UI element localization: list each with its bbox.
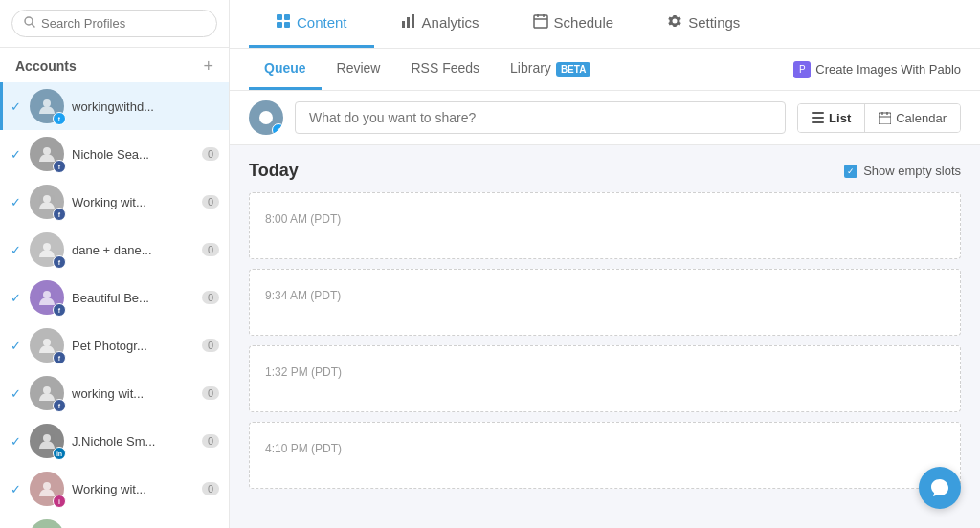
list-label: List <box>829 111 851 125</box>
show-empty-slots-toggle[interactable]: ✓ Show empty slots <box>844 164 961 178</box>
compose-bar: t List Calendar <box>230 91 980 145</box>
sub-nav-item-queue[interactable]: Queue <box>249 49 322 90</box>
time-slots-container: 8:00 AM (PDT)9:34 AM (PDT)1:32 PM (PDT)4… <box>249 192 961 489</box>
account-item[interactable]: ✓ in J.Nichole Sm... 0 <box>0 417 229 465</box>
svg-point-2 <box>43 99 51 107</box>
account-name: workingwithd... <box>72 99 219 114</box>
compose-avatar-badge: t <box>272 123 283 135</box>
account-list: ✓ t workingwithd... ✓ f Nichole Sea... 0… <box>0 82 229 528</box>
content-icon <box>276 13 291 32</box>
account-item[interactable]: ✓ t workingwithd... <box>0 82 229 130</box>
account-check-icon: ✓ <box>11 386 26 401</box>
calendar-view-button[interactable]: Calendar <box>864 104 960 132</box>
svg-rect-18 <box>412 14 414 28</box>
linkedin-badge: in <box>53 447 66 460</box>
time-label: 1:32 PM (PDT) <box>265 365 342 379</box>
svg-rect-23 <box>812 112 824 114</box>
top-nav: Content Analytics Schedule Settings <box>230 0 980 49</box>
sub-nav-item-library[interactable]: LibraryBETA <box>495 49 606 90</box>
sub-nav-item-review[interactable]: Review <box>322 49 396 90</box>
accounts-header: Accounts + <box>0 48 229 82</box>
top-nav-item-analytics[interactable]: Analytics <box>374 0 506 48</box>
show-empty-slots-checkbox[interactable]: ✓ <box>844 165 858 178</box>
sub-nav-item-rss[interactable]: RSS Feeds <box>395 49 495 90</box>
facebook-badge: f <box>53 303 66 317</box>
account-item[interactable]: ✓ f Pet Photogr... 0 <box>0 321 229 369</box>
account-check-icon: ✓ <box>11 434 26 449</box>
svg-rect-26 <box>879 113 891 124</box>
account-name: Beautiful Be... <box>72 291 198 305</box>
top-nav-label: Analytics <box>422 14 479 31</box>
svg-point-0 <box>25 17 33 25</box>
avatar-wrap: f <box>30 280 64 315</box>
account-count: 0 <box>202 147 219 161</box>
beta-badge: BETA <box>556 62 590 77</box>
svg-rect-13 <box>284 14 290 20</box>
pablo-link[interactable]: P Create Images With Pablo <box>793 61 961 78</box>
search-input[interactable] <box>41 16 205 31</box>
facebook-badge: f <box>53 351 66 364</box>
avatar-wrap: f <box>30 376 64 410</box>
calendar-label: Calendar <box>896 111 947 125</box>
compose-input[interactable] <box>295 101 786 134</box>
account-item[interactable]: ✓ f Beautiful Be... 0 <box>0 274 229 321</box>
account-count: 0 <box>202 339 219 352</box>
svg-point-3 <box>43 147 51 155</box>
avatar-wrap: f <box>30 137 64 171</box>
account-name: J.Nichole Sm... <box>72 434 198 449</box>
search-icon <box>24 16 35 31</box>
account-name: working wit... <box>72 386 198 401</box>
account-item[interactable]: ✓ i Working wit... 0 <box>0 465 229 513</box>
sub-nav-label: Review <box>337 60 381 76</box>
facebook-badge: f <box>53 160 66 173</box>
svg-point-6 <box>43 291 51 298</box>
add-account-button[interactable]: + <box>203 57 213 75</box>
top-nav-item-content[interactable]: Content <box>249 0 374 48</box>
facebook-badge: f <box>53 208 66 221</box>
svg-rect-14 <box>277 22 282 28</box>
account-count: 0 <box>202 243 219 256</box>
svg-rect-24 <box>812 117 824 119</box>
avatar-wrap: in <box>30 424 64 458</box>
svg-rect-17 <box>407 17 410 28</box>
avatar-wrap: i <box>30 472 64 506</box>
account-item[interactable]: ✓ f working wit... 0 <box>0 369 229 417</box>
time-slot[interactable]: 8:00 AM (PDT) <box>249 192 961 259</box>
chat-button[interactable] <box>919 467 961 509</box>
top-nav-item-settings[interactable]: Settings <box>640 0 767 48</box>
account-item[interactable]: ✓ f Working wit... 0 <box>0 178 229 226</box>
today-header: Today ✓ Show empty slots <box>249 161 961 181</box>
svg-rect-25 <box>812 121 824 123</box>
content-area: Today ✓ Show empty slots 8:00 AM (PDT)9:… <box>230 145 980 528</box>
sub-nav: QueueReviewRSS FeedsLibraryBETA P Create… <box>230 49 980 91</box>
pablo-label: Create Images With Pablo <box>815 62 961 77</box>
time-slot[interactable]: 1:32 PM (PDT) <box>249 345 961 412</box>
avatar <box>30 519 64 528</box>
top-nav-label: Settings <box>688 14 740 31</box>
svg-line-1 <box>33 25 35 28</box>
account-name: Working wit... <box>72 195 198 209</box>
avatar-wrap: t <box>30 89 64 123</box>
time-slot[interactable]: 4:10 PM (PDT) <box>249 422 961 489</box>
account-check-icon: ✓ <box>11 339 26 353</box>
account-item[interactable]: ✓ f Nichole Sea... 0 <box>0 130 229 178</box>
svg-rect-19 <box>534 15 547 28</box>
account-item[interactable]: ✓ f dane + dane... 0 <box>0 226 229 274</box>
account-item[interactable]: ✓ p withdog 0 <box>0 513 229 528</box>
account-count: 0 <box>202 386 219 400</box>
list-view-button[interactable]: List <box>798 104 864 132</box>
svg-point-5 <box>43 243 51 251</box>
account-check-icon: ✓ <box>11 99 26 114</box>
facebook-badge: f <box>53 399 66 412</box>
account-count: 0 <box>202 291 219 304</box>
twitter-badge: t <box>53 112 66 125</box>
top-nav-item-schedule[interactable]: Schedule <box>506 0 641 48</box>
time-slot[interactable]: 9:34 AM (PDT) <box>249 269 961 336</box>
avatar-wrap: f <box>30 328 64 363</box>
svg-point-7 <box>43 339 51 346</box>
account-name: Nichole Sea... <box>72 147 198 162</box>
svg-rect-12 <box>277 14 282 20</box>
top-nav-label: Schedule <box>554 14 614 31</box>
accounts-title: Accounts <box>15 58 77 74</box>
svg-point-9 <box>43 434 51 442</box>
